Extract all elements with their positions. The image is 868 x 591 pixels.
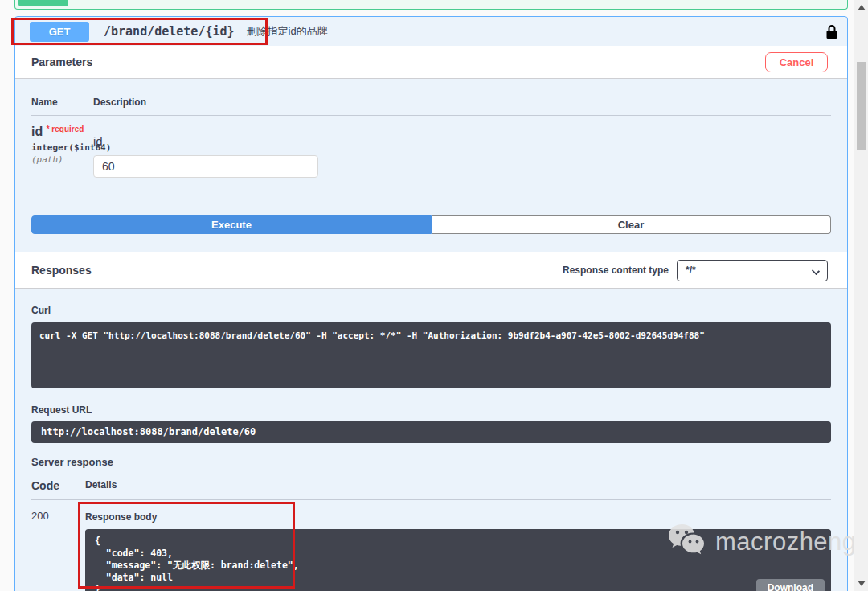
response-body-label: Response body bbox=[85, 511, 831, 523]
parameter-description: id bbox=[93, 134, 831, 148]
response-content-type-label: Response content type bbox=[563, 265, 669, 276]
response-body-wrap: { "code": 403, "message": "无此权限: brand:d… bbox=[85, 529, 831, 591]
chevron-down-icon bbox=[812, 266, 820, 274]
response-details-cell: Response body { "code": 403, "message": … bbox=[85, 510, 831, 591]
column-name: Name bbox=[31, 96, 93, 108]
clear-button[interactable]: Clear bbox=[432, 215, 831, 234]
method-badge: GET bbox=[30, 22, 89, 42]
curl-command[interactable]: curl -X GET "http://localhost:8088/brand… bbox=[31, 322, 831, 388]
parameters-table-header: Name Description bbox=[31, 96, 831, 108]
content-type-wrap: Response content type */* bbox=[563, 260, 828, 281]
server-response-label: Server response bbox=[31, 456, 831, 468]
scrollbar[interactable] bbox=[854, 0, 868, 591]
parameter-name-cell: id * required integer($int64) (path) bbox=[31, 125, 93, 178]
column-details: Details bbox=[85, 479, 117, 492]
parameters-header: Parameters Cancel bbox=[15, 46, 847, 79]
post-method-badge bbox=[18, 0, 68, 6]
scroll-up-icon[interactable] bbox=[858, 5, 866, 10]
scrollbar-thumb[interactable] bbox=[857, 62, 866, 150]
divider bbox=[31, 115, 831, 116]
endpoint-description: 删除指定id的品牌 bbox=[247, 24, 328, 39]
lock-icon[interactable] bbox=[826, 25, 837, 39]
column-code: Code bbox=[31, 479, 85, 492]
endpoint-block-brand-delete: GET /brand/delete/{id} 删除指定id的品牌 Paramet… bbox=[14, 16, 848, 591]
response-content-type-value: */* bbox=[686, 265, 696, 276]
download-button[interactable]: Download bbox=[756, 579, 825, 591]
server-response-table-header: Code Details bbox=[31, 479, 831, 492]
parameter-type: integer($int64) bbox=[31, 142, 93, 153]
parameter-name: id bbox=[31, 125, 43, 138]
endpoint-path: /brand/delete/{id} bbox=[104, 24, 235, 39]
response-body-json[interactable]: { "code": 403, "message": "无此权限: brand:d… bbox=[85, 529, 831, 591]
response-content-type-select[interactable]: */* bbox=[677, 260, 828, 281]
column-description: Description bbox=[93, 96, 146, 108]
responses-body: Curl curl -X GET "http://localhost:8088/… bbox=[15, 289, 847, 591]
parameters-body: Name Description id * required integer($… bbox=[15, 79, 847, 252]
scroll-down-icon[interactable] bbox=[858, 581, 866, 586]
execute-row: Execute Clear bbox=[31, 215, 831, 234]
request-url-label: Request URL bbox=[31, 404, 831, 416]
cancel-button[interactable]: Cancel bbox=[765, 52, 828, 72]
response-code: 200 bbox=[31, 510, 85, 591]
responses-title: Responses bbox=[31, 264, 92, 277]
previous-endpoint-partial bbox=[14, 0, 848, 10]
id-value-input[interactable] bbox=[93, 155, 318, 178]
execute-button[interactable]: Execute bbox=[31, 215, 432, 234]
responses-header: Responses Response content type */* bbox=[15, 252, 847, 289]
parameter-location: (path) bbox=[31, 154, 93, 165]
curl-label: Curl bbox=[31, 305, 831, 316]
swagger-page: GET /brand/delete/{id} 删除指定id的品牌 Paramet… bbox=[0, 0, 848, 591]
parameters-title: Parameters bbox=[31, 55, 92, 68]
parameter-description-cell: id bbox=[93, 125, 831, 178]
request-url-value: http://localhost:8088/brand/delete/60 bbox=[31, 421, 831, 443]
server-response-row: 200 Response body { "code": 403, "messag… bbox=[31, 500, 831, 591]
parameter-row-id: id * required integer($int64) (path) id bbox=[31, 125, 831, 178]
required-marker: * required bbox=[47, 125, 84, 133]
endpoint-summary[interactable]: GET /brand/delete/{id} 删除指定id的品牌 bbox=[15, 17, 847, 46]
